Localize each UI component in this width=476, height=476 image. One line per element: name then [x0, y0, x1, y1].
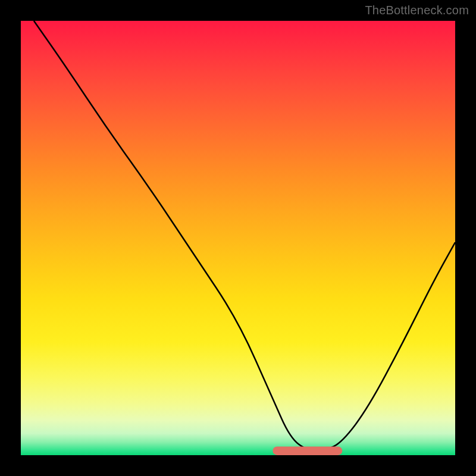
- chart-frame: TheBottleneck.com: [0, 0, 476, 476]
- flat-band-rect: [273, 446, 342, 455]
- v-curve-path: [34, 21, 455, 451]
- chart-svg: [21, 21, 455, 455]
- watermark-text: TheBottleneck.com: [365, 4, 469, 17]
- plot-area: [21, 21, 455, 455]
